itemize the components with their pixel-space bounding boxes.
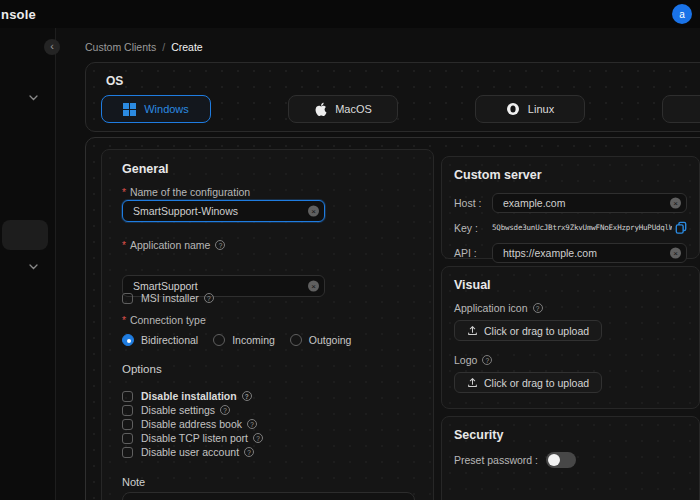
os-button-label: Linux (528, 103, 554, 115)
os-options-row: Windows MacOS Linux (101, 95, 700, 123)
app-window: nsole a ‹ Custom Clients / Create OS Win… (0, 0, 700, 500)
chevron-down-icon[interactable] (29, 264, 38, 270)
os-card-title: OS (106, 74, 123, 88)
sidebar-item-selected[interactable] (2, 220, 48, 250)
note-textarea[interactable] (122, 492, 415, 500)
breadcrumb-separator: / (162, 41, 165, 53)
breadcrumb: Custom Clients / Create (85, 41, 203, 53)
config-name-label: * Name of the configuration (122, 186, 250, 198)
create-form-card: General * Name of the configuration * Ap… (85, 137, 700, 500)
custom-server-panel: Custom server Host : Key : 5Qbwsde3unUcJ… (441, 156, 700, 259)
key-value: 5Qbwsde3unUcJBtrx9ZkvUmwFNoExHzpryHuPUdq… (492, 223, 672, 232)
host-row: Host : (454, 192, 687, 213)
general-panel: General * Name of the configuration * Ap… (101, 149, 434, 500)
user-avatar[interactable]: a (672, 4, 692, 24)
help-icon[interactable] (244, 447, 254, 457)
radio-icon (290, 334, 302, 346)
toggle-knob (548, 454, 560, 466)
application-icon-label: Application icon (454, 302, 687, 314)
preset-password-row: Preset password : (454, 452, 687, 468)
help-icon[interactable] (253, 433, 263, 443)
clear-icon[interactable] (670, 197, 681, 208)
required-marker: * (122, 240, 126, 251)
os-button-macos[interactable]: MacOS (288, 95, 398, 123)
radio-icon (213, 334, 225, 346)
sidebar (0, 28, 56, 500)
right-column: Custom server Host : Key : 5Qbwsde3unUcJ… (441, 156, 700, 500)
os-button-windows[interactable]: Windows (101, 95, 211, 123)
help-icon[interactable] (482, 355, 492, 365)
app-title: nsole (1, 7, 36, 22)
os-button-android[interactable] (662, 95, 700, 123)
api-label: API : (454, 247, 492, 259)
option-disable-tcp-listen-port: Disable TCP listen port (122, 432, 263, 444)
security-panel: Security Preset password : (441, 416, 700, 500)
help-icon[interactable] (220, 405, 230, 415)
connection-type-label: * Connection type (122, 314, 206, 326)
os-button-label: Windows (144, 103, 189, 115)
security-title: Security (454, 428, 687, 442)
clear-icon[interactable] (670, 247, 681, 258)
radio-icon (122, 334, 134, 346)
msi-installer-checkbox[interactable] (122, 293, 133, 304)
help-icon[interactable] (215, 240, 225, 250)
disable-installation-checkbox[interactable] (122, 391, 133, 402)
logo-upload-button[interactable]: Click or drag to upload (454, 372, 602, 393)
connection-type-radio-group: Bidirectional Incoming Outgoing (122, 334, 351, 346)
os-button-linux[interactable]: Linux (475, 95, 585, 123)
key-row: Key : 5Qbwsde3unUcJBtrx9ZkvUmwFNoExHzpry… (454, 217, 687, 238)
apple-icon (314, 102, 327, 116)
option-disable-address-book: Disable address book (122, 418, 257, 430)
help-icon[interactable] (533, 303, 543, 313)
radio-outgoing[interactable]: Outgoing (290, 334, 352, 346)
application-name-label: * Application name (122, 239, 225, 251)
option-disable-user-account: Disable user account (122, 446, 254, 458)
option-disable-installation: Disable installation (122, 390, 252, 402)
disable-user-account-checkbox[interactable] (122, 447, 133, 458)
options-title: Options (122, 363, 162, 375)
disable-settings-checkbox[interactable] (122, 405, 133, 416)
chevron-down-icon[interactable] (29, 95, 38, 101)
upload-icon (467, 325, 478, 336)
help-icon[interactable] (204, 293, 214, 303)
logo-label: Logo (454, 354, 687, 366)
note-label: Note (122, 476, 145, 488)
help-icon[interactable] (242, 391, 252, 401)
config-name-field-wrap (122, 200, 325, 222)
config-name-input[interactable] (122, 200, 325, 222)
host-label: Host : (454, 197, 492, 209)
required-marker: * (122, 187, 126, 198)
general-title: General (122, 162, 169, 176)
msi-installer-row: MSI installer (122, 292, 214, 304)
api-input[interactable] (492, 243, 687, 263)
breadcrumb-current: Create (171, 41, 203, 53)
visual-panel: Visual Application icon Click or drag to… (441, 266, 700, 409)
os-button-label: MacOS (335, 103, 372, 115)
copy-icon[interactable] (675, 221, 687, 234)
key-label: Key : (454, 222, 492, 234)
host-input[interactable] (492, 193, 687, 213)
option-disable-settings: Disable settings (122, 404, 230, 416)
upload-icon (467, 377, 478, 388)
radio-bidirectional[interactable]: Bidirectional (122, 334, 198, 346)
custom-server-title: Custom server (454, 168, 687, 182)
application-icon-upload-button[interactable]: Click or drag to upload (454, 320, 602, 341)
sidebar-collapse-button[interactable]: ‹ (44, 39, 60, 55)
disable-address-book-checkbox[interactable] (122, 419, 133, 430)
windows-icon (123, 103, 136, 116)
help-icon[interactable] (247, 419, 257, 429)
preset-password-label: Preset password : (454, 454, 538, 466)
required-marker: * (122, 315, 126, 326)
radio-incoming[interactable]: Incoming (213, 334, 275, 346)
linux-icon (506, 102, 520, 116)
disable-tcp-listen-port-checkbox[interactable] (122, 433, 133, 444)
clear-icon[interactable] (308, 206, 319, 217)
preset-password-toggle[interactable] (546, 452, 576, 468)
api-row: API : (454, 242, 687, 263)
visual-title: Visual (454, 278, 687, 292)
clear-icon[interactable] (308, 281, 319, 292)
os-card: OS Windows MacOS Linux (85, 62, 700, 132)
breadcrumb-parent[interactable]: Custom Clients (85, 41, 156, 53)
top-bar: nsole a (0, 0, 700, 28)
